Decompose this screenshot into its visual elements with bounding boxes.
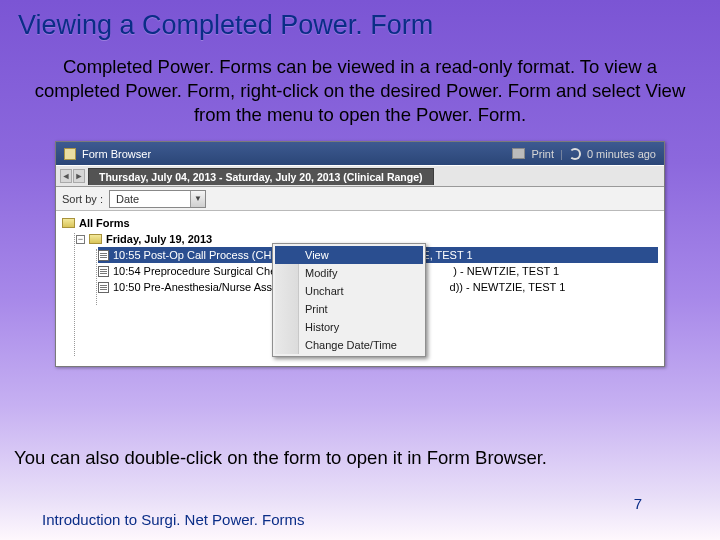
refresh-icon[interactable] [569, 148, 581, 160]
collapse-icon[interactable]: − [76, 235, 85, 244]
form-icon [98, 250, 109, 261]
menu-item-history[interactable]: History [275, 318, 423, 336]
bottom-paragraph: You can also double-click on the form to… [14, 447, 706, 469]
context-menu: View Modify Unchart Print History Change… [272, 243, 426, 357]
form-entry-tail: d)) - NEWTZIE, TEST 1 [450, 281, 566, 293]
print-icon[interactable] [512, 148, 525, 159]
chevron-down-icon[interactable]: ▼ [190, 191, 205, 207]
app-icon [64, 148, 76, 160]
print-label[interactable]: Print [531, 148, 554, 160]
sort-bar: Sort by : Date ▼ [56, 187, 664, 211]
menu-item-view[interactable]: View [275, 246, 423, 264]
footer-label: Introduction to Surgi. Net Power. Forms [42, 511, 305, 528]
tab-clinical-range[interactable]: Thursday, July 04, 2013 - Saturday, July… [88, 168, 434, 185]
menu-item-print[interactable]: Print [275, 300, 423, 318]
folder-open-icon [89, 234, 102, 244]
menu-item-modify[interactable]: Modify [275, 264, 423, 282]
root-label: All Forms [79, 217, 130, 229]
sort-value: Date [110, 193, 190, 205]
sort-label: Sort by : [62, 193, 103, 205]
refresh-label[interactable]: 0 minutes ago [587, 148, 656, 160]
form-entry-tail: ) - NEWTZIE, TEST 1 [453, 265, 559, 277]
tree-root[interactable]: All Forms [62, 215, 658, 231]
form-entry-label: 10:50 Pre-Anesthesia/Nurse Asses [113, 281, 284, 293]
form-icon [98, 266, 109, 277]
intro-paragraph: Completed Power. Forms can be viewed in … [0, 47, 720, 141]
date-group-label: Friday, July 19, 2013 [106, 233, 212, 245]
menu-item-change-date[interactable]: Change Date/Time [275, 336, 423, 354]
tree-view: All Forms − Friday, July 19, 2013 10:55 … [56, 211, 664, 366]
sort-combo[interactable]: Date ▼ [109, 190, 206, 208]
form-icon [98, 282, 109, 293]
page-title: Viewing a Completed Power. Form [0, 0, 720, 47]
tab-scroll-right[interactable]: ► [73, 169, 85, 183]
form-browser-window: Form Browser Print | 0 minutes ago ◄ ► T… [55, 141, 665, 367]
tab-scroll-left[interactable]: ◄ [60, 169, 72, 183]
window-title: Form Browser [82, 148, 151, 160]
tab-bar: ◄ ► Thursday, July 04, 2013 - Saturday, … [56, 165, 664, 187]
folder-open-icon [62, 218, 75, 228]
page-number: 7 [634, 495, 642, 512]
menu-item-unchart[interactable]: Unchart [275, 282, 423, 300]
form-entry-label: 10:54 Preprocedure Surgical Check [113, 265, 287, 277]
titlebar: Form Browser Print | 0 minutes ago [56, 142, 664, 165]
